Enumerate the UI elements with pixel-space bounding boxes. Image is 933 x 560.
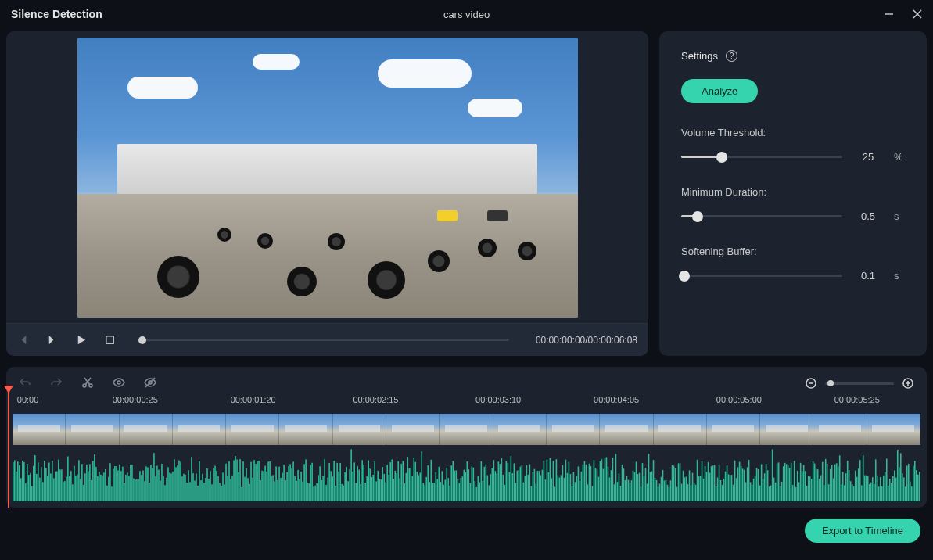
hide-toggle-icon[interactable] [144, 376, 156, 391]
svg-rect-76 [108, 477, 109, 501]
export-button[interactable]: Export to Timeline [805, 519, 920, 543]
svg-rect-191 [288, 466, 289, 501]
softening-buffer-slider[interactable] [681, 275, 842, 277]
svg-rect-20 [20, 478, 22, 501]
svg-rect-378 [581, 472, 583, 501]
svg-rect-201 [303, 464, 305, 501]
seekbar[interactable] [142, 339, 509, 341]
svg-rect-311 [476, 487, 478, 501]
svg-rect-173 [260, 480, 261, 501]
svg-rect-477 [736, 478, 737, 501]
svg-rect-466 [719, 465, 720, 501]
svg-rect-78 [111, 486, 113, 501]
svg-rect-47 [63, 482, 64, 501]
svg-rect-455 [702, 461, 703, 501]
svg-rect-553 [855, 471, 856, 501]
svg-rect-345 [529, 465, 531, 501]
seek-handle[interactable] [138, 336, 146, 344]
svg-rect-537 [830, 469, 831, 501]
undo-button[interactable] [19, 376, 31, 391]
close-icon[interactable] [913, 9, 922, 19]
svg-rect-561 [867, 476, 869, 501]
svg-rect-89 [128, 476, 130, 501]
volume-threshold-slider[interactable] [681, 156, 842, 158]
svg-rect-361 [554, 487, 556, 501]
svg-rect-92 [133, 479, 135, 501]
svg-rect-77 [109, 463, 111, 501]
svg-rect-372 [572, 486, 573, 501]
preview-panel: 00:00:00:00/00:00:06:08 [6, 31, 648, 356]
waveform[interactable] [13, 445, 920, 501]
svg-rect-588 [910, 482, 911, 501]
stop-icon[interactable] [104, 334, 116, 346]
svg-rect-33 [41, 467, 42, 501]
svg-rect-514 [794, 461, 795, 501]
svg-rect-337 [517, 471, 519, 501]
svg-rect-371 [570, 474, 572, 501]
svg-rect-171 [257, 461, 258, 501]
svg-rect-380 [584, 461, 586, 501]
svg-rect-243 [369, 468, 371, 501]
minimum-duration-slider[interactable] [681, 215, 842, 217]
svg-rect-495 [764, 473, 766, 501]
svg-rect-99 [144, 481, 145, 501]
svg-rect-476 [734, 461, 736, 501]
playhead[interactable] [8, 390, 9, 508]
svg-rect-531 [820, 475, 822, 501]
svg-rect-307 [470, 483, 472, 501]
svg-rect-93 [135, 479, 136, 501]
preview-toggle-icon[interactable] [113, 376, 125, 391]
svg-rect-155 [231, 476, 233, 501]
svg-rect-362 [556, 459, 558, 501]
svg-rect-130 [192, 473, 194, 501]
svg-rect-545 [842, 472, 844, 501]
svg-rect-541 [836, 463, 838, 501]
preview-frame [77, 38, 578, 318]
analyze-button[interactable]: Analyze [681, 79, 758, 103]
svg-rect-57 [78, 460, 80, 501]
svg-rect-175 [263, 471, 264, 501]
zoom-in-icon[interactable] [902, 377, 914, 389]
svg-rect-235 [357, 466, 358, 501]
svg-rect-350 [537, 471, 539, 501]
cut-button[interactable] [81, 376, 94, 391]
play-icon[interactable] [75, 334, 87, 346]
svg-rect-581 [899, 467, 900, 501]
svg-rect-138 [205, 478, 206, 501]
svg-rect-491 [758, 469, 759, 501]
svg-rect-266 [405, 473, 407, 501]
svg-rect-120 [177, 465, 178, 501]
svg-rect-383 [589, 464, 590, 501]
thumbnail-strip[interactable] [13, 414, 920, 445]
zoom-slider[interactable] [825, 382, 894, 385]
svg-rect-533 [824, 485, 825, 501]
svg-rect-427 [658, 486, 659, 501]
svg-rect-416 [641, 486, 642, 501]
svg-rect-426 [656, 480, 658, 501]
svg-rect-285 [435, 472, 436, 501]
svg-rect-167 [250, 462, 252, 501]
svg-rect-511 [789, 468, 791, 501]
next-frame-icon[interactable] [46, 334, 58, 346]
minimize-icon[interactable] [885, 9, 894, 19]
svg-rect-492 [759, 486, 761, 501]
svg-rect-509 [786, 464, 788, 501]
redo-button[interactable] [50, 376, 63, 391]
svg-rect-165 [247, 478, 249, 501]
svg-rect-284 [433, 483, 435, 501]
ruler-tick: 00:00:03:10 [475, 395, 521, 404]
svg-rect-39 [50, 473, 52, 501]
svg-rect-305 [467, 461, 468, 501]
zoom-handle[interactable] [827, 380, 834, 386]
ruler-tick: 00:00:05:00 [716, 395, 762, 404]
svg-rect-534 [825, 459, 827, 501]
zoom-out-icon[interactable] [805, 377, 817, 389]
svg-rect-134 [199, 461, 200, 501]
svg-rect-358 [550, 458, 551, 501]
help-icon[interactable]: ? [726, 50, 737, 62]
prev-frame-icon[interactable] [17, 334, 29, 346]
time-ruler[interactable]: 00:00 00:00:00:25 00:00:01:20 00:00:02:1… [13, 395, 920, 414]
svg-rect-45 [59, 469, 61, 501]
svg-rect-593 [917, 475, 919, 501]
svg-rect-556 [859, 460, 861, 501]
